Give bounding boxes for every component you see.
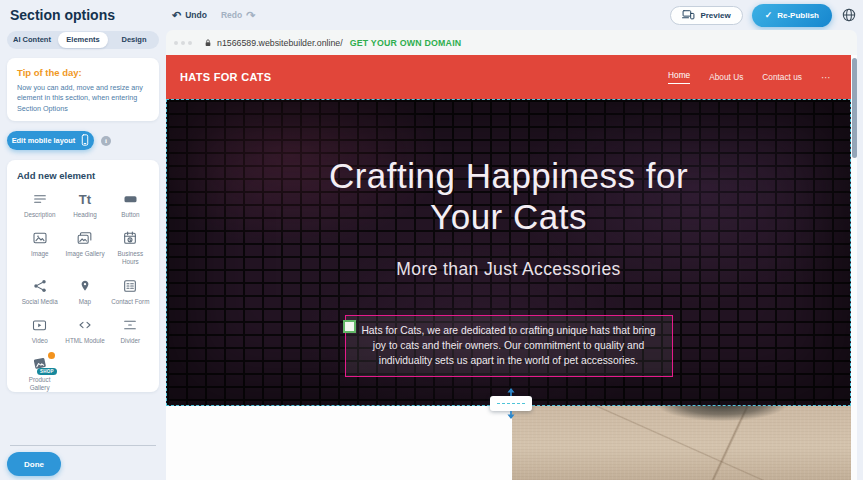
panel-title: Section options — [10, 7, 115, 23]
devices-icon — [682, 9, 695, 22]
sidebar-tabbar: AI Content Elements Design — [7, 31, 159, 49]
get-domain-link[interactable]: GET YOUR OWN DOMAIN — [350, 38, 462, 48]
preview-scrollbar-track[interactable] — [851, 55, 857, 480]
pavement-cat-photo — [512, 406, 851, 480]
drag-handle[interactable] — [343, 320, 356, 333]
toolbar-actions: Preview ✓ Re-Publish — [670, 0, 857, 30]
html-module-icon — [77, 317, 93, 333]
hero-heading[interactable]: Crafting Happiness for Your Cats — [289, 155, 729, 238]
element-contact-form[interactable]: Contact Form — [108, 278, 153, 306]
element-grid: Description Tt Heading Button Image — [17, 191, 153, 392]
element-business-hours[interactable]: Business Hours — [108, 230, 153, 266]
element-social-media[interactable]: Social Media — [17, 278, 62, 306]
site-logo[interactable]: HATS FOR CATS — [180, 71, 272, 83]
redo-icon: ↷ — [246, 10, 255, 21]
next-section-background — [166, 406, 512, 480]
divider-icon — [122, 317, 138, 333]
arrow-down-icon — [507, 411, 516, 419]
add-new-element-heading: Add new element — [17, 170, 153, 181]
video-icon — [31, 317, 48, 333]
resize-dashes — [497, 403, 525, 404]
tip-body: Now you can add, move and resize any ele… — [17, 83, 149, 114]
redo-button[interactable]: Redo ↷ — [221, 10, 255, 21]
globe-language-button[interactable] — [841, 7, 857, 23]
edit-mobile-layout-button[interactable]: Edit mobile layout — [7, 131, 94, 150]
element-divider[interactable]: Divider — [108, 317, 153, 345]
undo-redo-group: ↶ Undo Redo ↷ — [172, 0, 255, 30]
site-url: n1566589.websitebuilder.online/ — [217, 38, 343, 48]
undo-button[interactable]: ↶ Undo — [172, 10, 207, 21]
arrow-up-icon — [507, 388, 516, 396]
nav-contact-us[interactable]: Contact us — [762, 72, 802, 82]
browser-chrome-bar: n1566589.websitebuilder.online/ GET YOUR… — [166, 30, 857, 55]
done-button[interactable]: Done — [7, 452, 61, 476]
hero-paragraph: Hats for Cats, we are dedicated to craft… — [354, 323, 664, 369]
section-options-sidebar: AI Content Elements Design Tip of the da… — [0, 30, 166, 480]
shop-badge: SHOP — [37, 368, 57, 375]
map-pin-icon — [78, 278, 92, 294]
section-resize-handle[interactable] — [490, 396, 532, 411]
phone-icon — [81, 134, 89, 148]
window-dots — [174, 41, 192, 45]
image-gallery-icon — [76, 230, 93, 246]
republish-button[interactable]: ✓ Re-Publish — [752, 4, 832, 27]
description-icon — [32, 191, 48, 207]
element-button[interactable]: Button — [108, 191, 153, 219]
element-description[interactable]: Description — [17, 191, 62, 219]
product-gallery-icon: SHOP — [32, 356, 48, 372]
site-preview-frame: n1566589.websitebuilder.online/ GET YOUR… — [166, 30, 857, 480]
nav-about-us[interactable]: About Us — [709, 72, 743, 82]
republish-label: Re-Publish — [777, 11, 819, 20]
preview-button[interactable]: Preview — [670, 6, 742, 25]
notification-badge — [48, 352, 55, 359]
element-html-module[interactable]: HTML Module — [62, 317, 107, 345]
element-heading[interactable]: Tt Heading — [62, 191, 107, 219]
tip-heading: Tip of the day: — [17, 67, 149, 78]
hero-section-selected[interactable]: Crafting Happiness for Your Cats More th… — [166, 99, 851, 406]
heading-icon: Tt — [79, 191, 91, 207]
tab-ai-content[interactable]: AI Content — [7, 32, 57, 48]
element-product-gallery[interactable]: SHOP Product Gallery — [17, 356, 62, 392]
tip-of-the-day-card: Tip of the day: Now you can add, move an… — [7, 58, 159, 121]
tab-elements[interactable]: Elements — [58, 32, 108, 48]
image-icon — [32, 230, 48, 246]
edit-mobile-label: Edit mobile layout — [12, 136, 76, 145]
undo-label: Undo — [185, 10, 207, 20]
social-media-icon — [32, 278, 48, 294]
window-dot — [188, 41, 192, 45]
element-video[interactable]: Video — [17, 317, 62, 345]
element-map[interactable]: Map — [62, 278, 107, 306]
window-dot — [174, 41, 178, 45]
site-nav: Home About Us Contact us ⋯ — [668, 70, 837, 84]
lock-icon — [204, 38, 212, 48]
preview-scrollbar-thumb[interactable] — [852, 58, 857, 158]
preview-label: Preview — [700, 11, 730, 20]
contact-form-icon — [122, 278, 138, 294]
check-icon: ✓ — [765, 10, 773, 20]
hero-subheading[interactable]: More than Just Accessories — [167, 259, 850, 280]
element-image-gallery[interactable]: Image Gallery — [62, 230, 107, 266]
hero-paragraph-selection-box[interactable]: Hats for Cats, we are dedicated to craft… — [345, 315, 673, 377]
sidebar-divider — [10, 445, 156, 446]
element-image[interactable]: Image — [17, 230, 62, 266]
nav-home[interactable]: Home — [668, 70, 690, 84]
site-header: HATS FOR CATS Home About Us Contact us ⋯ — [166, 55, 851, 99]
edit-mobile-row: Edit mobile layout i — [7, 131, 159, 150]
add-new-element-card: Add new element Description Tt Heading B… — [7, 160, 159, 392]
nav-more-icon[interactable]: ⋯ — [821, 72, 831, 83]
window-dot — [181, 41, 185, 45]
undo-icon: ↶ — [172, 10, 181, 21]
business-hours-icon — [122, 230, 138, 246]
tab-design[interactable]: Design — [109, 32, 159, 48]
button-icon — [122, 191, 139, 207]
top-toolbar: Section options ↶ Undo Redo ↷ Preview ✓ … — [0, 0, 863, 30]
info-icon[interactable]: i — [101, 136, 111, 146]
redo-label: Redo — [221, 10, 242, 20]
